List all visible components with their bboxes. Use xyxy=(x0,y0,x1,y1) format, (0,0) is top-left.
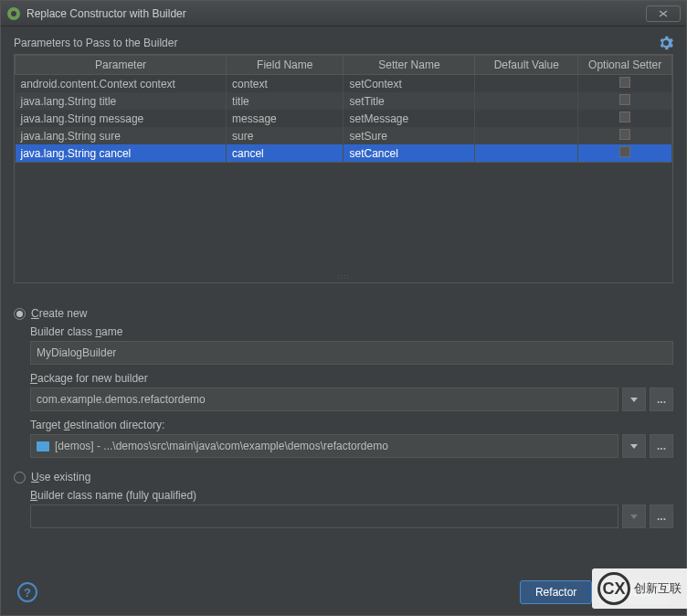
cell-field[interactable]: context xyxy=(227,75,344,93)
cell-optional[interactable] xyxy=(578,92,672,110)
create-new-label: Create new xyxy=(31,307,87,320)
use-existing-radio[interactable] xyxy=(14,472,26,483)
package-dropdown-toggle[interactable] xyxy=(622,388,646,411)
use-existing-label: Use existing xyxy=(31,471,90,483)
col-field-name[interactable]: Field Name xyxy=(227,56,344,75)
package-browse-button[interactable]: ... xyxy=(650,388,673,411)
optional-checkbox[interactable] xyxy=(619,77,630,88)
create-new-group: Builder class name Package for new build… xyxy=(30,325,673,458)
cell-field[interactable]: cancel xyxy=(227,144,344,162)
table-row[interactable]: android.content.Context contextcontextse… xyxy=(16,75,672,93)
cell-parameter[interactable]: android.content.Context context xyxy=(16,75,227,93)
params-table-wrap: Parameter Field Name Setter Name Default… xyxy=(14,54,673,163)
table-row[interactable]: java.lang.String cancelcancelsetCancel xyxy=(16,144,672,162)
close-button[interactable] xyxy=(646,5,681,22)
table-row[interactable]: java.lang.String suresuresetSure xyxy=(16,127,672,144)
cell-optional[interactable] xyxy=(578,110,672,127)
use-existing-radio-row[interactable]: Use existing xyxy=(14,471,673,483)
folder-icon xyxy=(37,441,49,451)
params-table[interactable]: Parameter Field Name Setter Name Default… xyxy=(15,55,672,162)
params-label: Parameters to Pass to the Builder xyxy=(14,37,177,49)
create-new-radio[interactable] xyxy=(14,308,26,320)
col-setter-name[interactable]: Setter Name xyxy=(344,56,475,75)
package-value: com.example.demos.refactordemo xyxy=(37,393,206,406)
cell-setter[interactable]: setTitle xyxy=(344,92,475,110)
use-existing-group: Builder class name (fully qualified) ... xyxy=(30,489,673,528)
optional-checkbox[interactable] xyxy=(619,146,630,157)
form-section: Create new Builder class name Package fo… xyxy=(14,300,673,528)
target-dir-label: Target destination directory: xyxy=(30,419,673,431)
cell-setter[interactable]: setMessage xyxy=(344,110,475,127)
table-row[interactable]: java.lang.String messagemessagesetMessag… xyxy=(16,110,672,127)
dialog-content: Parameters to Pass to the Builder Parame… xyxy=(1,27,686,615)
table-row[interactable]: java.lang.String titletitlesetTitle xyxy=(16,92,672,110)
cell-optional[interactable] xyxy=(578,144,672,162)
cell-optional[interactable] xyxy=(578,75,672,93)
col-optional-setter[interactable]: Optional Setter xyxy=(578,56,672,75)
optional-checkbox[interactable] xyxy=(619,129,630,140)
cell-default[interactable] xyxy=(475,75,578,93)
cell-setter[interactable]: setContext xyxy=(344,75,475,93)
optional-checkbox[interactable] xyxy=(619,112,630,122)
builder-fq-dropdown-toggle xyxy=(622,504,646,528)
app-icon xyxy=(6,6,21,21)
col-parameter[interactable]: Parameter xyxy=(16,56,227,75)
cell-default[interactable] xyxy=(475,144,578,162)
cell-default[interactable] xyxy=(475,127,578,144)
watermark: CX 创新互联 xyxy=(592,568,687,609)
help-button[interactable]: ? xyxy=(17,582,37,602)
svg-point-1 xyxy=(11,11,16,16)
watermark-icon: CX xyxy=(597,572,630,605)
cell-optional[interactable] xyxy=(578,127,672,144)
create-new-radio-row[interactable]: Create new xyxy=(14,307,673,320)
watermark-text: 创新互联 xyxy=(634,580,682,597)
cell-parameter[interactable]: java.lang.String cancel xyxy=(16,144,227,162)
cell-setter[interactable]: setSure xyxy=(344,127,475,144)
button-bar: ? Refactor Preview xyxy=(14,571,673,608)
builder-class-name-input[interactable] xyxy=(30,341,673,365)
target-dir-browse-button[interactable]: ... xyxy=(650,434,673,458)
cell-field[interactable]: message xyxy=(227,110,344,127)
params-header: Parameters to Pass to the Builder xyxy=(14,36,673,50)
target-dir-dropdown-toggle[interactable] xyxy=(622,434,646,458)
cell-parameter[interactable]: java.lang.String title xyxy=(16,92,227,110)
builder-fq-browse-button: ... xyxy=(650,504,673,528)
dialog-title: Replace Constructor with Builder xyxy=(26,7,646,20)
builder-fq-label: Builder class name (fully qualified) xyxy=(30,489,673,502)
target-dir-dropdown[interactable]: [demos] - ...\demos\src\main\java\com\ex… xyxy=(30,434,618,458)
cell-parameter[interactable]: java.lang.String sure xyxy=(16,127,227,144)
cell-setter[interactable]: setCancel xyxy=(344,144,475,162)
cell-field[interactable]: title xyxy=(227,92,344,110)
cell-default[interactable] xyxy=(475,110,578,127)
cell-default[interactable] xyxy=(475,92,578,110)
builder-class-name-label: Builder class name xyxy=(30,325,673,338)
titlebar: Replace Constructor with Builder xyxy=(1,1,686,27)
table-header-row: Parameter Field Name Setter Name Default… xyxy=(16,56,672,75)
package-label: Package for new builder xyxy=(30,372,673,385)
package-dropdown[interactable]: com.example.demos.refactordemo xyxy=(30,388,618,411)
table-empty-area: :::: xyxy=(14,163,673,283)
gear-icon[interactable] xyxy=(659,36,673,50)
builder-fq-input xyxy=(30,504,618,528)
optional-checkbox[interactable] xyxy=(619,94,630,105)
cell-field[interactable]: sure xyxy=(227,127,344,144)
refactor-button[interactable]: Refactor xyxy=(520,580,592,604)
cell-parameter[interactable]: java.lang.String message xyxy=(16,110,227,127)
col-default-value[interactable]: Default Value xyxy=(475,56,578,75)
target-dir-value: [demos] - ...\demos\src\main\java\com\ex… xyxy=(55,440,388,452)
resize-grip-icon[interactable]: :::: xyxy=(338,272,350,281)
dialog-window: Replace Constructor with Builder Paramet… xyxy=(0,0,687,616)
